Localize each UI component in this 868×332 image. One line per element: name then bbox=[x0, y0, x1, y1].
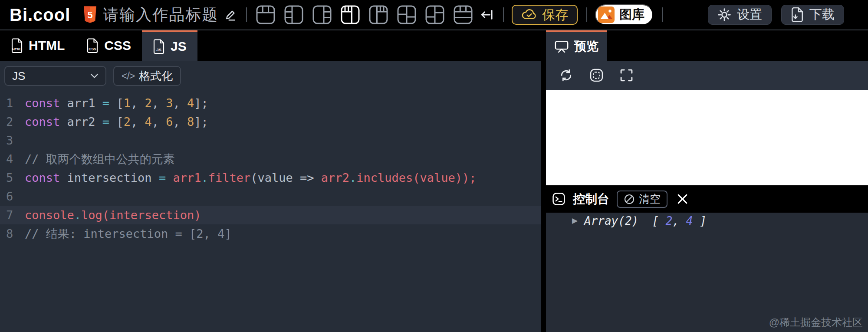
console-title: 控制台 bbox=[573, 191, 609, 207]
save-label: 保存 bbox=[542, 6, 568, 24]
capture-icon[interactable] bbox=[589, 68, 604, 82]
code-text: console.log(intersection) bbox=[25, 208, 201, 222]
app-window: Bi.cool 5 请输入作品标题 bbox=[0, 0, 868, 332]
code-text: const arr1 = [1, 2, 3, 4]; bbox=[25, 96, 208, 110]
circle-slash-icon bbox=[624, 194, 635, 205]
layout-icon-right-tabs-left-panel[interactable] bbox=[368, 5, 388, 25]
download-button[interactable]: 下载 bbox=[781, 5, 844, 25]
gallery-label: 图库 bbox=[619, 6, 644, 23]
monitor-icon bbox=[554, 40, 569, 53]
tab-js[interactable]: JS JS bbox=[142, 30, 197, 61]
line-number: 6 bbox=[0, 190, 25, 203]
code-text: // 取两个数组中公共的元素 bbox=[25, 151, 175, 167]
code-area[interactable]: 1const arr1 = [1, 2, 3, 4];2const arr2 =… bbox=[0, 91, 541, 332]
preview-frame[interactable] bbox=[546, 90, 868, 185]
gallery-button[interactable]: 图库 bbox=[595, 4, 653, 25]
tab-html[interactable]: HTML HTML bbox=[0, 30, 76, 61]
line-number: 5 bbox=[0, 171, 25, 184]
svg-text:HTML: HTML bbox=[13, 47, 22, 51]
line-number: 8 bbox=[0, 227, 25, 240]
tab-preview[interactable]: 预览 bbox=[546, 30, 607, 61]
code-line[interactable]: 8// 结果: intersection = [2, 4] bbox=[0, 224, 541, 243]
console-output-text: Array(2) [ 2, 4 ] bbox=[584, 214, 707, 227]
layout-icon-top-3-cells[interactable] bbox=[256, 5, 276, 25]
panel-splitter[interactable] bbox=[541, 30, 546, 332]
layout-icon-grid-2x2-b[interactable] bbox=[425, 5, 445, 25]
fullscreen-icon[interactable] bbox=[620, 69, 633, 82]
preview-panel: 预览 bbox=[546, 30, 868, 332]
console-output-row[interactable]: ▶ Array(2) [ 2, 4 ] bbox=[546, 213, 868, 229]
editor-tabbar: HTML HTML CSS CSS bbox=[0, 30, 541, 61]
code-brackets-icon: </> bbox=[122, 70, 135, 82]
code-line[interactable]: 6 bbox=[0, 187, 541, 206]
js-file-icon: JS bbox=[153, 39, 165, 54]
svg-text:5: 5 bbox=[88, 10, 93, 20]
edit-title-icon[interactable] bbox=[224, 8, 237, 22]
code-text: // 结果: intersection = [2, 4] bbox=[25, 226, 232, 242]
preview-actions bbox=[546, 61, 868, 90]
console-body: ▶ Array(2) [ 2, 4 ] @稀土掘金技术社区 bbox=[546, 213, 868, 332]
svg-text:CSS: CSS bbox=[89, 47, 97, 51]
layout-icon-rows-top-split[interactable] bbox=[453, 5, 473, 25]
code-line[interactable]: 4// 取两个数组中公共的元素 bbox=[0, 150, 541, 168]
line-number: 1 bbox=[0, 96, 25, 110]
layout-icon-left-3-cells[interactable] bbox=[284, 5, 304, 25]
tab-label: JS bbox=[171, 39, 187, 54]
divider bbox=[662, 7, 663, 22]
code-text: const intersection = arr1.filter(value =… bbox=[25, 171, 477, 184]
divider bbox=[586, 7, 587, 22]
divider bbox=[246, 7, 247, 22]
line-number: 2 bbox=[0, 115, 25, 128]
topbar: Bi.cool 5 请输入作品标题 bbox=[0, 0, 868, 30]
project-title-input[interactable]: 请输入作品标题 bbox=[103, 4, 218, 26]
terminal-icon bbox=[552, 192, 566, 206]
preview-tabbar: 预览 bbox=[546, 30, 868, 61]
divider bbox=[503, 7, 504, 22]
format-button[interactable]: </> 格式化 bbox=[113, 66, 181, 86]
expand-arrow-icon[interactable]: ▶ bbox=[572, 216, 584, 225]
save-button[interactable]: 保存 bbox=[512, 5, 578, 25]
html5-icon: 5 bbox=[83, 6, 97, 24]
gallery-icon bbox=[598, 7, 615, 23]
console-header: 控制台 清空 bbox=[546, 185, 868, 213]
layout-icon-left-tabs-right-panel[interactable] bbox=[340, 5, 360, 25]
console-clear-button[interactable]: 清空 bbox=[617, 191, 667, 208]
clear-label: 清空 bbox=[639, 192, 661, 206]
collapse-toolbar-icon[interactable] bbox=[479, 7, 494, 22]
language-select-value: JS bbox=[12, 69, 25, 83]
editor-toolbar: JS </> 格式化 bbox=[0, 61, 541, 91]
line-number: 4 bbox=[0, 152, 25, 166]
svg-text:JS: JS bbox=[156, 47, 161, 52]
workspace: HTML HTML CSS CSS bbox=[0, 30, 868, 332]
layout-icon-right-3-cells[interactable] bbox=[312, 5, 332, 25]
layout-icon-grid-2x2-a[interactable] bbox=[397, 5, 417, 25]
tab-css[interactable]: CSS CSS bbox=[76, 30, 142, 61]
download-label: 下载 bbox=[809, 6, 835, 23]
gear-icon bbox=[717, 8, 731, 22]
cloud-check-icon bbox=[521, 9, 537, 21]
settings-button[interactable]: 设置 bbox=[708, 5, 772, 25]
chevron-down-icon bbox=[90, 73, 99, 79]
code-line[interactable]: 3 bbox=[0, 131, 541, 150]
editor-panel: HTML HTML CSS CSS bbox=[0, 30, 541, 332]
watermark: @稀土掘金技术社区 bbox=[769, 316, 863, 329]
app-logo: Bi.cool bbox=[10, 5, 70, 25]
settings-label: 设置 bbox=[737, 6, 762, 23]
close-console-icon[interactable] bbox=[677, 193, 688, 205]
code-line[interactable]: 7console.log(intersection) bbox=[0, 206, 541, 224]
language-select[interactable]: JS bbox=[4, 66, 106, 86]
css-file-icon: CSS bbox=[86, 38, 99, 53]
code-line[interactable]: 1const arr1 = [1, 2, 3, 4]; bbox=[0, 94, 541, 112]
code-text: const arr2 = [2, 4, 6, 8]; bbox=[25, 115, 208, 128]
line-number: 3 bbox=[0, 134, 25, 147]
code-line[interactable]: 5const intersection = arr1.filter(value … bbox=[0, 168, 541, 187]
code-line[interactable]: 2const arr2 = [2, 4, 6, 8]; bbox=[0, 112, 541, 131]
tab-label: CSS bbox=[104, 38, 131, 53]
html-file-icon: HTML bbox=[11, 38, 23, 53]
format-label: 格式化 bbox=[139, 69, 173, 84]
refresh-icon[interactable] bbox=[559, 68, 573, 82]
download-icon bbox=[791, 7, 804, 22]
line-number: 7 bbox=[0, 208, 25, 222]
tab-label: HTML bbox=[29, 38, 65, 53]
preview-tab-label: 预览 bbox=[574, 38, 598, 55]
